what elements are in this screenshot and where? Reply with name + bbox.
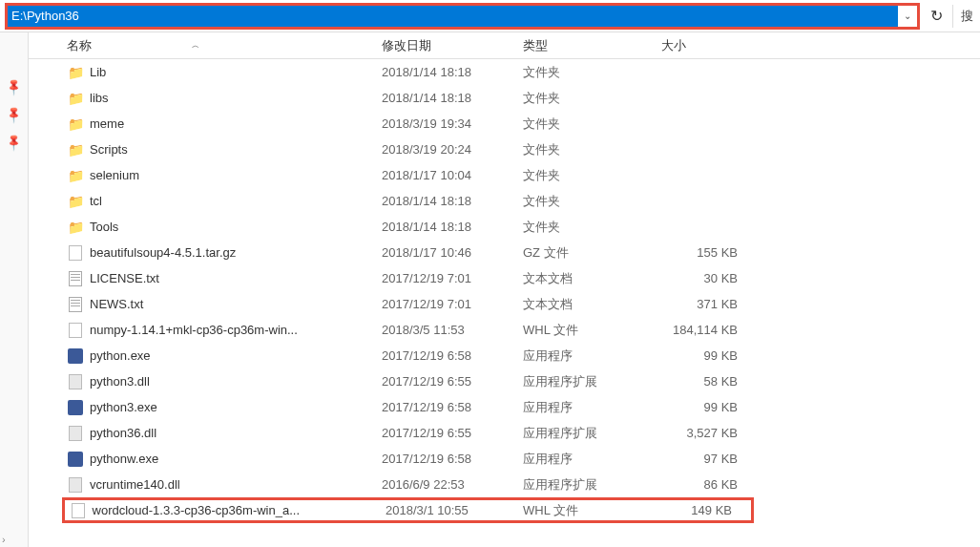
file-row[interactable]: 📁Lib2018/1/14 18:18文件夹 (29, 59, 980, 85)
quick-access-sidebar: 📌 📌 📌 › (0, 32, 29, 547)
file-type: WHL 文件 (523, 322, 661, 339)
address-bar[interactable]: E:\Python36 ⌄ (5, 3, 920, 30)
file-date: 2018/1/17 10:04 (382, 168, 523, 182)
file-size: 371 KB (661, 297, 757, 311)
file-name: vcruntime140.dll (90, 477, 382, 492)
file-row[interactable]: python3.dll2017/12/19 6:55应用程序扩展58 KB (29, 368, 980, 394)
file-date: 2016/6/9 22:53 (382, 477, 523, 492)
column-name-label: 名称 (67, 37, 92, 54)
file-row[interactable]: numpy-1.14.1+mkl-cp36-cp36m-win...2018/3… (29, 317, 980, 343)
file-type: 文件夹 (523, 64, 661, 81)
dll-icon (67, 425, 84, 442)
file-row[interactable]: NEWS.txt2017/12/19 7:01文本文档371 KB (29, 291, 980, 317)
file-row[interactable]: 📁Scripts2018/3/19 20:24文件夹 (29, 137, 980, 162)
file-row[interactable]: pythonw.exe2017/12/19 6:58应用程序97 KB (29, 446, 980, 472)
file-date: 2018/3/1 10:55 (386, 503, 523, 517)
file-list: 📁Lib2018/1/14 18:18文件夹📁libs2018/1/14 18:… (29, 59, 980, 547)
folder-icon: 📁 (67, 193, 84, 210)
expand-chevron-icon[interactable]: › (2, 534, 6, 545)
file-type: 应用程序扩展 (523, 425, 661, 442)
pin-icon[interactable]: 📌 (4, 133, 24, 153)
generic-file-icon (67, 244, 84, 262)
file-type: 文本文档 (523, 270, 661, 287)
file-type: 文件夹 (523, 141, 661, 158)
file-size: 30 KB (661, 271, 757, 285)
file-name: pythonw.exe (90, 452, 382, 466)
address-path[interactable]: E:\Python36 (8, 6, 898, 27)
column-headers: 名称 ︿ 修改日期 类型 大小 (29, 32, 980, 59)
column-header-type[interactable]: 类型 (523, 37, 661, 54)
file-date: 2018/1/14 18:18 (382, 65, 523, 79)
file-type: 文件夹 (523, 116, 661, 133)
file-date: 2018/1/17 10:46 (382, 245, 523, 260)
file-type: 应用程序 (523, 347, 661, 365)
text-file-icon (67, 296, 84, 313)
dll-icon (67, 476, 84, 494)
file-row[interactable]: 📁Tools2018/1/14 18:18文件夹 (29, 214, 980, 240)
file-name: Tools (90, 220, 382, 234)
file-row[interactable]: beautifulsoup4-4.5.1.tar.gz2018/1/17 10:… (29, 240, 980, 265)
file-name: libs (90, 91, 382, 105)
main-area: 📌 📌 📌 › 名称 ︿ 修改日期 类型 大小 📁Lib2018/1/14 18… (0, 32, 980, 547)
file-row[interactable]: vcruntime140.dll2016/6/9 22:53应用程序扩展86 K… (29, 472, 980, 497)
file-row[interactable]: 📁tcl2018/1/14 18:18文件夹 (29, 188, 980, 214)
file-name: python3.dll (90, 374, 382, 389)
text-file-icon (67, 270, 84, 287)
file-size: 184,114 KB (661, 323, 757, 337)
file-date: 2017/12/19 7:01 (382, 297, 523, 311)
file-type: GZ 文件 (523, 244, 661, 262)
folder-icon: 📁 (67, 141, 84, 158)
file-type: 文件夹 (523, 90, 661, 107)
search-button[interactable]: 搜 (952, 5, 975, 28)
file-name: tcl (90, 194, 382, 208)
file-size: 58 KB (661, 374, 757, 389)
file-date: 2018/1/14 18:18 (382, 91, 523, 105)
column-header-size[interactable]: 大小 (661, 37, 757, 54)
folder-icon: 📁 (67, 116, 84, 133)
sort-indicator-icon: ︿ (192, 40, 199, 51)
file-type: 文件夹 (523, 167, 661, 184)
folder-icon: 📁 (67, 64, 84, 81)
exe-icon (67, 347, 84, 365)
file-name: python3.exe (90, 400, 382, 414)
file-size: 97 KB (661, 452, 757, 466)
file-size: 3,527 KB (661, 426, 757, 440)
file-name: python.exe (90, 348, 382, 363)
file-name: python36.dll (90, 426, 382, 440)
file-type: 应用程序 (523, 399, 661, 416)
column-header-name[interactable]: 名称 ︿ (67, 37, 382, 54)
pin-icon[interactable]: 📌 (4, 105, 24, 125)
file-date: 2018/3/19 19:34 (382, 116, 523, 131)
folder-icon: 📁 (67, 219, 84, 236)
file-row[interactable]: 📁meme2018/3/19 19:34文件夹 (29, 111, 980, 137)
file-type: 应用程序扩展 (523, 373, 661, 390)
file-name: numpy-1.14.1+mkl-cp36-cp36m-win... (90, 323, 382, 337)
pin-icon[interactable]: 📌 (4, 77, 24, 97)
file-row[interactable]: python3.exe2017/12/19 6:58应用程序99 KB (29, 394, 980, 420)
file-row[interactable]: python.exe2017/12/19 6:58应用程序99 KB (29, 343, 980, 368)
file-row[interactable]: LICENSE.txt2017/12/19 7:01文本文档30 KB (29, 265, 980, 291)
file-name: NEWS.txt (90, 297, 382, 311)
column-header-date[interactable]: 修改日期 (382, 37, 523, 54)
file-name: meme (90, 116, 382, 131)
refresh-button[interactable]: ↻ (925, 5, 948, 28)
file-size: 99 KB (661, 400, 757, 414)
file-date: 2017/12/19 7:01 (382, 271, 523, 285)
file-date: 2017/12/19 6:58 (382, 348, 523, 363)
file-row[interactable]: wordcloud-1.3.3-cp36-cp36m-win_a...2018/… (62, 497, 754, 523)
file-content-area: 名称 ︿ 修改日期 类型 大小 📁Lib2018/1/14 18:18文件夹📁l… (29, 32, 980, 547)
file-date: 2018/3/5 11:53 (382, 323, 523, 337)
file-row[interactable]: 📁libs2018/1/14 18:18文件夹 (29, 85, 980, 111)
folder-icon: 📁 (67, 167, 84, 184)
file-name: beautifulsoup4-4.5.1.tar.gz (90, 245, 382, 260)
file-name: Lib (90, 65, 382, 79)
file-name: LICENSE.txt (90, 271, 382, 285)
file-row[interactable]: python36.dll2017/12/19 6:55应用程序扩展3,527 K… (29, 420, 980, 446)
file-type: 应用程序扩展 (523, 476, 661, 494)
file-date: 2018/1/14 18:18 (382, 194, 523, 208)
file-row[interactable]: 📁selenium2018/1/17 10:04文件夹 (29, 162, 980, 188)
file-type: 应用程序 (523, 451, 661, 468)
address-dropdown-icon[interactable]: ⌄ (898, 6, 917, 27)
file-type: 文本文档 (523, 296, 661, 313)
file-size: 155 KB (661, 245, 757, 260)
